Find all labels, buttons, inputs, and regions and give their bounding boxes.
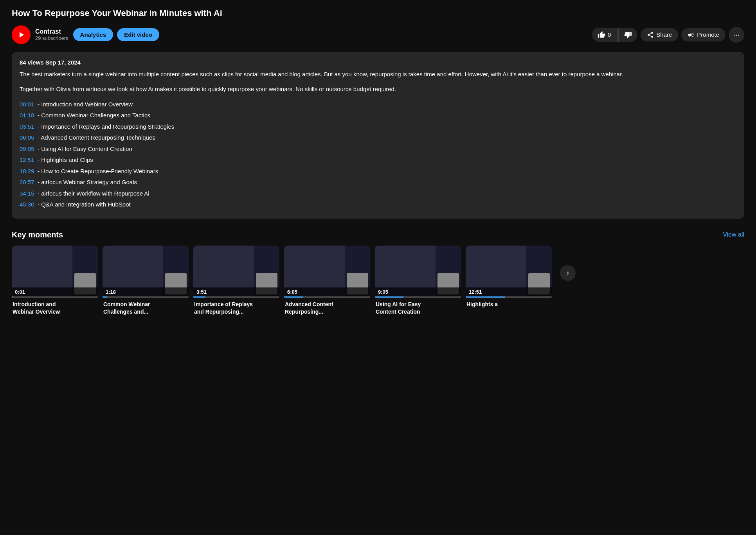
more-options-button[interactable]: ···	[729, 27, 744, 43]
moment-progress-bar	[193, 296, 279, 298]
promote-button[interactable]: Promote	[681, 28, 725, 41]
description-para1: The best marketers turn a single webinar…	[20, 70, 736, 79]
video-title: How To Repurpose Your Webinar in Minutes…	[12, 8, 744, 19]
analytics-button[interactable]: Analytics	[73, 28, 113, 41]
moment-thumbnail: 3:51	[193, 246, 279, 296]
chapter-title-text: - Highlights and Clips	[38, 156, 93, 165]
chapter-item[interactable]: 45:30 - Q&A and Integration with HubSpot	[20, 200, 736, 209]
channel-avatar[interactable]	[12, 25, 31, 44]
moment-progress-fill	[103, 296, 107, 298]
moment-label: Using AI for EasyContent Creation	[375, 301, 461, 316]
moment-label: Highlights a	[466, 301, 552, 309]
chapter-title-text: - How to Create Repurpose-Friendly Webin…	[38, 167, 158, 176]
moment-card[interactable]: 1:18 Common WebinarChallenges and...	[103, 246, 189, 316]
key-moments-title: Key moments	[12, 230, 63, 239]
channel-subscribers: 29 subscribers	[35, 35, 68, 41]
chapter-item[interactable]: 34:15 - airfocus their Workflow with Rep…	[20, 189, 736, 198]
next-moments-button[interactable]: ›	[560, 265, 576, 281]
chapter-item[interactable]: 06:05 - Advanced Content Repurposing Tec…	[20, 133, 736, 142]
like-button[interactable]: 0	[592, 28, 616, 42]
moment-card[interactable]: 3:51 Importance of Replaysand Repurposin…	[193, 246, 279, 316]
moments-container: 0:01 Introduction andWebinar Overview 1:…	[12, 246, 744, 316]
more-dots: ···	[733, 30, 740, 39]
chapter-time[interactable]: 34:15	[20, 189, 36, 198]
chapter-title-text: - Introduction and Webinar Overview	[38, 100, 133, 109]
chapter-item[interactable]: 00:01 - Introduction and Webinar Overvie…	[20, 100, 736, 109]
chapter-time[interactable]: 09:05	[20, 145, 36, 154]
view-all-button[interactable]: View all	[723, 231, 744, 238]
moment-timestamp: 3:51	[193, 287, 279, 296]
chapter-time[interactable]: 01:18	[20, 111, 36, 120]
chapter-title-text: - Common Webinar Challenges and Tactics	[38, 111, 150, 120]
chapter-title-text: - Q&A and Integration with HubSpot	[38, 200, 131, 209]
moments-grid: 0:01 Introduction andWebinar Overview 1:…	[12, 246, 744, 316]
chapter-item[interactable]: 12:51 - Highlights and Clips	[20, 156, 736, 165]
chapter-time[interactable]: 03:51	[20, 122, 36, 131]
moment-thumbnail: 1:18	[103, 246, 189, 296]
chapter-title-text: - airfocus their Workflow with Repurpose…	[38, 189, 149, 198]
moment-progress-bar	[375, 296, 461, 298]
thumbs-up-icon	[598, 31, 605, 39]
chapter-time[interactable]: 12:51	[20, 156, 36, 165]
moment-timestamp: 12:51	[466, 287, 552, 296]
chapter-title-text: - Importance of Replays and Repurposing …	[38, 122, 174, 131]
moment-progress-bar	[103, 296, 189, 298]
promote-label: Promote	[697, 31, 719, 38]
share-button[interactable]: Share	[641, 28, 678, 41]
chapter-item[interactable]: 20:57 - airfocus Webinar Strategy and Go…	[20, 178, 736, 187]
moment-progress-fill	[466, 296, 505, 298]
chapter-title-text: - Advanced Content Repurposing Technique…	[38, 133, 155, 142]
moment-label: Importance of Replaysand Repurposing...	[193, 301, 279, 316]
key-moments-section: Key moments View all 0:01 Introduction a…	[12, 230, 744, 316]
like-count: 0	[608, 31, 611, 38]
moment-label: Advanced ContentRepurposing...	[284, 301, 370, 316]
moment-card[interactable]: 12:51 Highlights a	[466, 246, 552, 316]
chapter-time[interactable]: 06:05	[20, 133, 36, 142]
moment-progress-bar	[12, 296, 98, 298]
chapter-title-text: - Using AI for Easy Content Creation	[38, 145, 132, 154]
moment-label: Introduction andWebinar Overview	[12, 301, 98, 316]
moment-timestamp: 1:18	[103, 287, 189, 296]
chapter-item[interactable]: 01:18 - Common Webinar Challenges and Ta…	[20, 111, 736, 120]
chapter-item[interactable]: 03:51 - Importance of Replays and Repurp…	[20, 122, 736, 131]
share-label: Share	[656, 31, 672, 38]
dislike-button[interactable]	[618, 28, 637, 42]
moment-thumbnail: 6:05	[284, 246, 370, 296]
chapter-time[interactable]: 20:57	[20, 178, 36, 187]
moment-card[interactable]: 0:01 Introduction andWebinar Overview	[12, 246, 98, 316]
moment-thumbnail: 9:05	[375, 246, 461, 296]
chapters-list: 00:01 - Introduction and Webinar Overvie…	[20, 100, 736, 209]
moment-progress-bar	[284, 296, 370, 298]
share-icon	[647, 31, 654, 38]
chapter-title-text: - airfocus Webinar Strategy and Goals	[38, 178, 137, 187]
chapter-time[interactable]: 18:29	[20, 167, 36, 176]
moment-progress-fill	[375, 296, 403, 298]
like-dislike-group: 0	[592, 28, 637, 42]
video-meta: 84 views Sep 17, 2024	[20, 59, 736, 66]
moment-timestamp: 0:01	[12, 287, 98, 296]
moment-timestamp: 6:05	[284, 287, 370, 296]
moment-card[interactable]: 9:05 Using AI for EasyContent Creation	[375, 246, 461, 316]
promote-icon	[688, 31, 695, 38]
moment-card[interactable]: 6:05 Advanced ContentRepurposing...	[284, 246, 370, 316]
moment-thumbnail: 12:51	[466, 246, 552, 296]
chapter-time[interactable]: 45:30	[20, 200, 36, 209]
moment-progress-fill	[12, 296, 13, 298]
moment-thumbnail: 0:01	[12, 246, 98, 296]
moment-progress-fill	[193, 296, 205, 298]
channel-name[interactable]: Contrast	[35, 28, 68, 35]
moment-label: Common WebinarChallenges and...	[103, 301, 189, 316]
edit-video-button[interactable]: Edit video	[117, 28, 159, 41]
thumbs-down-icon	[624, 31, 632, 39]
description-para2: Together with Olivia from airfocus we lo…	[20, 84, 736, 94]
moment-progress-fill	[284, 296, 303, 298]
moment-timestamp: 9:05	[375, 287, 461, 296]
description-box: 84 views Sep 17, 2024 The best marketers…	[12, 52, 744, 219]
like-divider	[617, 29, 617, 41]
chapter-item[interactable]: 09:05 - Using AI for Easy Content Creati…	[20, 145, 736, 154]
chapter-time[interactable]: 00:01	[20, 100, 36, 109]
moment-progress-bar	[466, 296, 552, 298]
chapter-item[interactable]: 18:29 - How to Create Repurpose-Friendly…	[20, 167, 736, 176]
